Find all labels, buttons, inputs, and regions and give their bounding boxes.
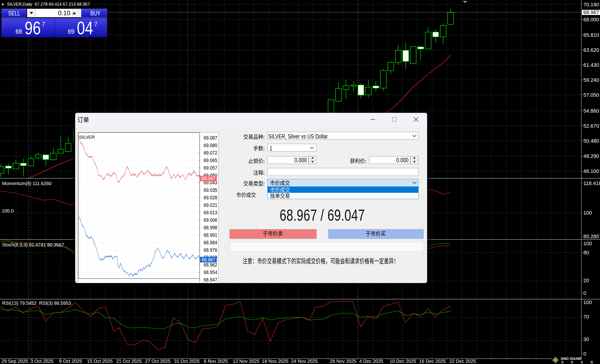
svg-text:22 Dec 2025: 22 Dec 2025 [449,359,476,364]
svg-text:68.000: 68.000 [583,17,599,22]
svg-text:80: 80 [583,250,589,255]
svg-text:48.290: 48.290 [583,153,599,159]
svg-text:59.240: 59.240 [583,77,599,83]
svg-text:46.100: 46.100 [583,168,599,174]
svg-text:57.050: 57.050 [583,92,599,98]
svg-text:65.810: 65.810 [583,32,599,38]
svg-text:27 Oct 2025: 27 Oct 2025 [145,359,171,364]
svg-text:29 Sep 2025: 29 Sep 2025 [1,359,28,364]
svg-text:31 Oct 2025: 31 Oct 2025 [174,359,200,364]
svg-text:118.4183: 118.4183 [583,180,600,186]
svg-text:100.0: 100.0 [2,208,14,213]
svg-text:0: 0 [583,351,586,357]
svg-text:SINO SOUND: SINO SOUND [561,357,581,361]
svg-text:21 Oct 2025: 21 Oct 2025 [116,359,142,364]
svg-text:Momentum(8) 111.6260: Momentum(8) 111.6260 [2,181,51,186]
svg-text:52.670: 52.670 [583,123,599,129]
svg-text:24 Nov 2025: 24 Nov 2025 [291,359,318,364]
svg-text:85.2857: 85.2857 [583,234,600,239]
svg-text:15 Oct 2025: 15 Oct 2025 [87,359,113,364]
svg-text:20: 20 [583,278,589,283]
svg-text:4 Dec 2025: 4 Dec 2025 [359,359,383,364]
svg-text:100: 100 [583,299,592,305]
svg-text:9 Oct 2025: 9 Oct 2025 [59,359,82,364]
svg-text:RSI(13) 79.5452 RSI(3) 88.595: RSI(13) 79.5452 RSI(3) 88.5953 [2,300,71,306]
svg-text:18 Nov 2025: 18 Nov 2025 [262,359,288,364]
svg-text:54.860: 54.860 [583,108,599,114]
svg-text:16 Dec 2025: 16 Dec 2025 [419,359,446,364]
svg-text:70: 70 [583,314,589,320]
svg-text:28 Nov 2025: 28 Nov 2025 [330,359,356,364]
svg-text:Stoch(8,3,3) 91.4741 90.3567: Stoch(8,3,3) 91.4741 90.3567 [2,242,64,247]
svg-text:10 Dec 2025: 10 Dec 2025 [390,359,416,364]
svg-text:100: 100 [583,210,592,216]
svg-text:61.430: 61.430 [583,62,599,68]
svg-text:12 Nov 2025: 12 Nov 2025 [233,359,259,364]
svg-text:0: 0 [583,290,586,296]
svg-text:6 Nov 2025: 6 Nov 2025 [204,359,228,364]
svg-text:70.190: 70.190 [583,2,599,8]
svg-text:SILVER,Daily 67.278 69.414 67: SILVER,Daily 67.278 69.414 67.213 68.967 [7,2,90,7]
svg-text:30: 30 [583,336,589,342]
svg-text:50.480: 50.480 [583,138,599,144]
svg-text:68.967: 68.967 [583,9,599,15]
svg-text:63.620: 63.620 [583,47,599,53]
svg-text:100: 100 [583,241,592,246]
svg-text:3 Oct 2025: 3 Oct 2025 [30,359,53,364]
